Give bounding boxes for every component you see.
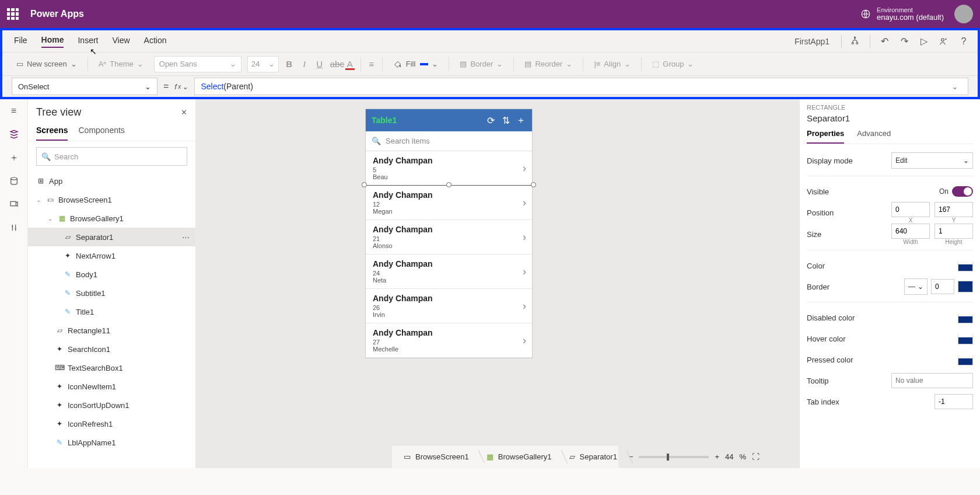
gallery-item[interactable]: Andy Champan 5 Beau › <box>366 151 532 186</box>
tree-body[interactable]: ✎ Body1 <box>28 265 195 284</box>
group-button[interactable]: ⬚ Group ⌄ <box>648 57 698 71</box>
font-select[interactable]: Open Sans⌄ <box>154 56 242 72</box>
chevron-right-icon[interactable]: › <box>523 162 526 175</box>
border-color-swatch[interactable] <box>958 281 973 292</box>
menu-home[interactable]: Home <box>41 35 64 48</box>
tree-search-input[interactable]: 🔍 Search <box>36 147 187 166</box>
pressed-color-swatch[interactable] <box>958 354 973 365</box>
menu-insert[interactable]: Insert <box>78 36 98 47</box>
tree-app[interactable]: ⊞ App <box>28 172 195 190</box>
position-x-input[interactable] <box>891 202 930 217</box>
share-icon[interactable] <box>938 36 950 47</box>
app-checker-icon[interactable] <box>850 36 862 47</box>
gallery-item[interactable]: Andy Champan 21 Alonso › <box>366 220 532 255</box>
gallery-item[interactable]: Andy Champan 12 Megan › <box>366 186 532 220</box>
breadcrumb-item[interactable]: ▦ BrowseGallery1 <box>481 450 560 463</box>
disabled-color-swatch[interactable] <box>958 312 973 323</box>
menu-file[interactable]: File <box>14 36 27 47</box>
font-size-select[interactable]: 24⌄ <box>247 56 279 72</box>
hover-color-swatch[interactable] <box>958 333 973 344</box>
breadcrumb-item[interactable]: ▭ BrowseScreen1 <box>398 450 477 463</box>
add-icon[interactable]: ＋ <box>516 114 526 127</box>
visible-toggle[interactable] <box>952 186 973 197</box>
reorder-button[interactable]: ▤ Reorder ⌄ <box>520 57 577 71</box>
zoom-slider[interactable] <box>639 456 709 458</box>
gallery-item[interactable]: Andy Champan 27 Mechelle › <box>366 323 532 358</box>
tree-iconnewitem[interactable]: ✦ IconNewItem1 <box>28 377 195 396</box>
tree-searchicon[interactable]: ✦ SearchIcon1 <box>28 340 195 358</box>
italic-icon[interactable]: I <box>300 59 309 69</box>
menu-view[interactable]: View <box>112 36 130 47</box>
fill-button[interactable]: Fill ⌄ <box>388 57 443 71</box>
tree-iconrefresh[interactable]: ✦ IconRefresh1 <box>28 414 195 433</box>
align-button[interactable]: |≡ Align ⌄ <box>589 57 635 71</box>
canvas-area[interactable]: Table1 ⟳ ⇅ ＋ 🔍 Search items Andy Champan… <box>196 99 799 468</box>
bold-icon[interactable]: B <box>285 59 294 69</box>
height-input[interactable] <box>935 224 973 239</box>
strikethrough-icon[interactable]: abc <box>330 59 340 69</box>
refresh-icon[interactable]: ⟳ <box>485 115 496 126</box>
tab-screens[interactable]: Screens <box>36 126 68 141</box>
width-input[interactable] <box>891 224 930 239</box>
undo-icon[interactable]: ↶ <box>878 36 890 47</box>
font-color-icon[interactable]: A <box>345 59 355 69</box>
play-icon[interactable]: ▷ <box>918 36 930 47</box>
position-y-input[interactable] <box>935 202 973 217</box>
insert-icon[interactable]: ＋ <box>8 152 20 163</box>
redo-icon[interactable]: ↷ <box>898 36 910 47</box>
tree-textsearchbox[interactable]: ⌨ TextSearchBox1 <box>28 358 195 377</box>
color-swatch[interactable] <box>958 260 973 271</box>
data-icon[interactable] <box>8 175 20 187</box>
tabindex-input[interactable] <box>935 394 973 409</box>
chevron-right-icon[interactable]: › <box>523 266 526 278</box>
gallery-item[interactable]: Andy Champan 24 Neta › <box>366 255 532 289</box>
tree-gallery[interactable]: ⌄ ▦ BrowseGallery1 <box>28 209 195 228</box>
chevron-right-icon[interactable]: › <box>523 197 526 209</box>
tree-view-icon[interactable] <box>8 128 20 140</box>
gallery-item[interactable]: Andy Champan 26 Irvin › <box>366 289 532 323</box>
new-screen-button[interactable]: ▭ New screen ⌄ <box>12 57 82 71</box>
environment-picker[interactable]: Environment enayu.com (default) <box>860 6 944 22</box>
tree-rectangle11[interactable]: ▱ Rectangle11 <box>28 321 195 340</box>
tree-subtitle[interactable]: ✎ Subtitle1 <box>28 284 195 302</box>
border-style-select[interactable]: —⌄ <box>904 278 928 295</box>
property-select[interactable]: OnSelect ⌄ <box>12 78 158 95</box>
tree-screen[interactable]: ⌄ ▭ BrowseScreen1 <box>28 190 195 209</box>
formula-expand-icon[interactable]: ⌄ <box>948 82 962 91</box>
tooltip-input[interactable] <box>891 373 973 388</box>
breadcrumb-item[interactable]: ▱ Separator1 <box>564 450 625 463</box>
formula-input[interactable]: Select(Parent) ⌄ <box>194 78 968 95</box>
tab-components[interactable]: Components <box>78 126 124 141</box>
preview-search[interactable]: 🔍 Search items <box>366 131 532 151</box>
tab-properties[interactable]: Properties <box>807 129 844 144</box>
app-launcher-icon[interactable] <box>7 8 19 20</box>
sort-icon[interactable]: ⇅ <box>501 115 511 126</box>
tree-lblappname[interactable]: ✎ LblAppName1 <box>28 433 195 452</box>
chevron-right-icon[interactable]: › <box>523 300 526 312</box>
fx-icon[interactable]: fx ⌄ <box>174 82 188 91</box>
tree-nextarrow[interactable]: ✦ NextArrow1 <box>28 246 195 265</box>
theme-button[interactable]: Aᵃ Theme ⌄ <box>94 57 148 71</box>
zoom-in-button[interactable]: + <box>715 452 719 461</box>
fit-to-window-icon[interactable]: ⛶ <box>752 452 760 461</box>
media-icon[interactable] <box>8 198 20 210</box>
user-avatar[interactable] <box>954 5 973 23</box>
menu-action[interactable]: Action <box>144 36 167 47</box>
display-mode-select[interactable]: Edit⌄ <box>891 152 973 169</box>
help-icon[interactable]: ? <box>958 36 970 47</box>
border-width-input[interactable] <box>931 279 954 294</box>
tree-iconsort[interactable]: ✦ IconSortUpDown1 <box>28 396 195 414</box>
chevron-right-icon[interactable]: › <box>523 231 526 243</box>
text-align-icon[interactable]: ≡ <box>367 59 376 69</box>
chevron-right-icon[interactable]: › <box>523 334 526 347</box>
hover-color-label: Hover color <box>807 334 958 343</box>
tree-separator[interactable]: ▱ Separator1 ⋯ <box>28 228 195 246</box>
underline-icon[interactable]: U <box>315 59 324 69</box>
advanced-tools-icon[interactable] <box>8 222 20 233</box>
hamburger-icon[interactable]: ≡ <box>8 105 20 117</box>
more-icon[interactable]: ⋯ <box>182 233 190 242</box>
tab-advanced[interactable]: Advanced <box>857 129 891 144</box>
border-button[interactable]: ▧ Border ⌄ <box>455 57 508 71</box>
close-icon[interactable]: ✕ <box>181 108 187 117</box>
tree-title1[interactable]: ✎ Title1 <box>28 302 195 321</box>
